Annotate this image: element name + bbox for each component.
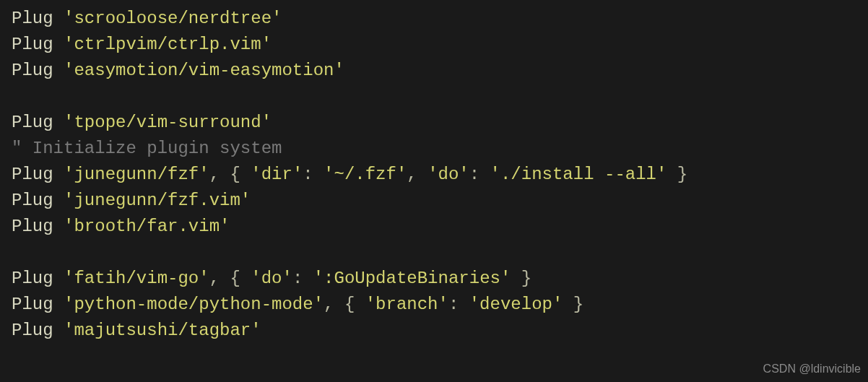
punctuation: , { — [209, 266, 251, 292]
code-line: Plug 'majutsushi/tagbar' — [12, 318, 868, 344]
code-line: Plug 'brooth/far.vim' — [12, 214, 868, 240]
string-literal: 'dir' — [251, 162, 303, 188]
string-literal: 'do' — [428, 162, 469, 188]
code-line: Plug 'junegunn/fzf.vim' — [12, 188, 868, 214]
code-line: Plug 'scrooloose/nerdtree' — [12, 6, 868, 32]
string-literal: 'majutsushi/tagbar' — [64, 318, 261, 344]
punctuation: : — [469, 162, 490, 188]
string-literal: 'fatih/vim-go' — [64, 266, 209, 292]
punctuation: : — [303, 162, 324, 188]
string-literal: 'brooth/far.vim' — [64, 214, 230, 240]
string-literal: 'do' — [251, 266, 292, 292]
keyword: Plug — [12, 32, 53, 58]
string-literal: ':GoUpdateBinaries' — [313, 266, 511, 292]
string-literal: 'junegunn/fzf' — [64, 162, 209, 188]
keyword: Plug — [12, 58, 53, 84]
code-line: " Initialize plugin system — [12, 136, 868, 162]
punctuation: , — [407, 162, 428, 188]
string-literal: 'tpope/vim-surround' — [64, 110, 272, 136]
keyword: Plug — [12, 214, 53, 240]
blank-line — [12, 240, 868, 266]
blank-line — [12, 84, 868, 110]
punctuation: } — [667, 162, 687, 188]
keyword: Plug — [12, 110, 53, 136]
punctuation: } — [563, 292, 583, 318]
keyword: Plug — [12, 266, 53, 292]
string-literal: 'junegunn/fzf.vim' — [64, 188, 251, 214]
string-literal: 'branch' — [365, 292, 448, 318]
punctuation: , { — [209, 162, 251, 188]
code-line: Plug 'python-mode/python-mode', { 'branc… — [12, 292, 868, 318]
code-line: Plug 'junegunn/fzf', { 'dir': '~/.fzf', … — [12, 162, 868, 188]
punctuation: , { — [324, 292, 365, 318]
string-literal: 'develop' — [469, 292, 563, 318]
string-literal: './install --all' — [490, 162, 667, 188]
punctuation: } — [511, 266, 531, 292]
keyword: Plug — [12, 292, 53, 318]
punctuation: : — [292, 266, 313, 292]
string-literal: 'scrooloose/nerdtree' — [64, 6, 282, 32]
keyword: Plug — [12, 318, 53, 344]
string-literal: '~/.fzf' — [324, 162, 407, 188]
keyword: Plug — [12, 188, 53, 214]
code-line: Plug 'fatih/vim-go', { 'do': ':GoUpdateB… — [12, 266, 868, 292]
keyword: Plug — [12, 6, 53, 32]
string-literal: 'python-mode/python-mode' — [64, 292, 324, 318]
code-block: Plug 'scrooloose/nerdtree' Plug 'ctrlpvi… — [0, 6, 868, 344]
keyword: Plug — [12, 162, 53, 188]
punctuation: : — [448, 292, 469, 318]
code-line: Plug 'tpope/vim-surround' — [12, 110, 868, 136]
code-line: Plug 'ctrlpvim/ctrlp.vim' — [12, 32, 868, 58]
comment: " Initialize plugin system — [12, 136, 282, 162]
string-literal: 'ctrlpvim/ctrlp.vim' — [64, 32, 272, 58]
string-literal: 'easymotion/vim-easymotion' — [64, 58, 344, 84]
code-line: Plug 'easymotion/vim-easymotion' — [12, 58, 868, 84]
watermark: CSDN @ldinvicible — [763, 360, 861, 378]
